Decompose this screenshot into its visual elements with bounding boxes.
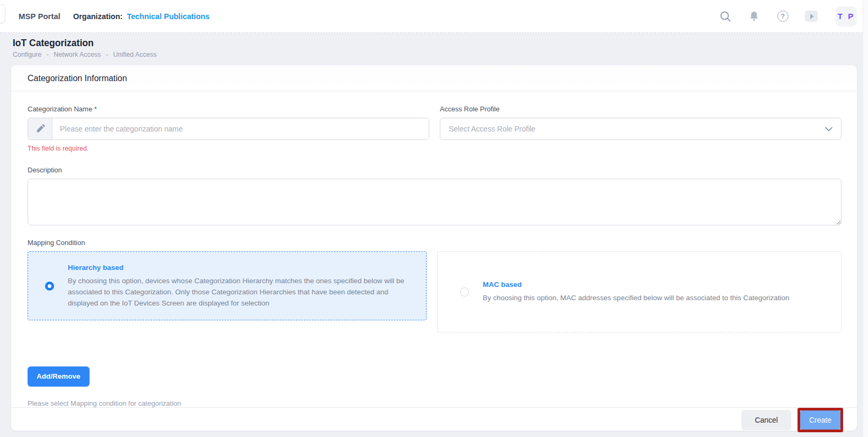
mapping-helper-text: Please select Mapping condition for cate… — [28, 399, 842, 407]
form-footer: Cancel Create — [11, 407, 857, 432]
required-field-error: This field is required. — [28, 145, 429, 152]
mapping-condition-label: Mapping Condition — [28, 239, 842, 247]
categorization-form-card: Categorization Information Categorizatio… — [11, 65, 857, 431]
avatar[interactable]: T P — [836, 6, 857, 27]
option-hierarchy-based[interactable]: Hierarchy based By choosing this option,… — [28, 251, 427, 320]
description-textarea[interactable] — [28, 179, 842, 225]
access-role-profile-placeholder: Select Access Role Profile — [449, 125, 825, 133]
pencil-icon — [28, 118, 52, 139]
mac-based-description: By choosing this option, MAC addresses s… — [483, 292, 790, 303]
section-title: Categorization Information — [11, 65, 857, 91]
sidebar-collapse-handle[interactable] — [0, 4, 5, 23]
bell-icon[interactable] — [748, 10, 760, 23]
breadcrumb-separator: - — [47, 51, 49, 58]
radio-hierarchy-based[interactable] — [45, 282, 54, 291]
app-title: MSP Portal — [19, 12, 60, 21]
chevron-down-icon — [825, 124, 832, 134]
breadcrumb-item-configure: Configure — [13, 51, 41, 58]
access-role-profile-select[interactable]: Select Access Role Profile — [440, 118, 842, 140]
video-tutorial-icon[interactable] — [805, 10, 818, 23]
radio-mac-based[interactable] — [460, 287, 469, 296]
search-icon[interactable] — [719, 10, 732, 23]
annotation-highlight-box: Create — [798, 408, 843, 432]
scrollbar-track[interactable] — [863, 0, 868, 437]
top-header-bar: MSP Portal Organization: Technical Publi… — [0, 0, 868, 33]
help-icon[interactable]: ? — [776, 10, 789, 23]
description-label: Description — [28, 166, 842, 174]
hierarchy-based-description: By choosing this option, devices whose C… — [68, 275, 413, 309]
page-title: IoT Categorization — [13, 37, 855, 49]
organization-link[interactable]: Technical Publications — [127, 12, 209, 21]
categorization-name-input[interactable] — [52, 118, 429, 139]
categorization-name-label: Categorization Name * — [28, 105, 429, 113]
create-button[interactable]: Create — [800, 410, 840, 430]
hierarchy-based-title: Hierarchy based — [68, 264, 413, 272]
add-remove-button[interactable]: Add/Remove — [28, 366, 90, 387]
breadcrumb-item-network-access: Network Access — [54, 51, 101, 58]
organization-label: Organization: — [73, 12, 122, 21]
categorization-name-group — [28, 118, 429, 140]
breadcrumb: Configure - Network Access - Unified Acc… — [13, 51, 855, 58]
mac-based-title: MAC based — [483, 281, 790, 289]
option-mac-based[interactable]: MAC based By choosing this option, MAC a… — [437, 251, 842, 333]
help-glyph: ? — [777, 11, 789, 22]
breadcrumb-item-unified-access: Unified Access — [113, 51, 156, 58]
breadcrumb-separator: - — [106, 51, 108, 58]
cancel-button[interactable]: Cancel — [741, 410, 791, 430]
access-role-profile-label: Access Role Profile — [440, 105, 842, 113]
